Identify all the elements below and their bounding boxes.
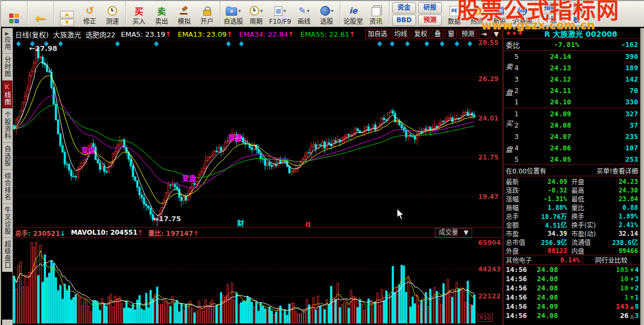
buy-level-row: 524.05253 <box>504 154 640 165</box>
level-volume: 107 <box>598 144 638 152</box>
论股堂-button[interactable]: ie论股堂 <box>342 1 365 26</box>
up-arrow-icon: ↑ <box>288 30 294 38</box>
level-volume: 37 <box>598 121 638 129</box>
sidebar-item-综合排名[interactable]: 综合排名 <box>2 170 12 204</box>
volume-axis-label: 22122 <box>477 293 504 300</box>
industry-name[interactable]: 其他电子 <box>506 255 532 264</box>
stock-title[interactable]: R 大族激光 002008 <box>524 28 638 39</box>
叠-button[interactable]: 叠 <box>432 29 444 39</box>
trade-time: 14:56 <box>506 302 532 310</box>
price-axis-label: 19.47 <box>477 193 504 201</box>
chart-header: 日线(复权) 大族激光 选肥肉22 EMA5: 23.19↑EMA13: 23.… <box>13 28 502 40</box>
level-volume: 142 <box>598 75 638 83</box>
trade-row: 14:5624.08105▼4 <box>504 265 640 274</box>
新股-button[interactable]: IPO新股 <box>488 1 511 26</box>
dropdown-caret-icon[interactable]: ▼ <box>464 229 468 237</box>
测速-button[interactable]: 测速 <box>101 1 124 26</box>
trade-time: 14:56 <box>506 284 532 292</box>
自选股-button[interactable]: ★▾自选股 <box>222 1 245 26</box>
toolbar-group-5: ie论股堂资讯 <box>340 1 390 26</box>
toolbar-group-4: ★▾自选股▾周期▾F10/F9✎▾画线▾选股 <box>220 1 340 26</box>
header-dropdown-button[interactable]: ▼ <box>491 29 501 39</box>
period-label[interactable]: 日线(复权) <box>15 29 49 39</box>
industry-compare-link[interactable]: 同行业比较 <box>582 255 640 264</box>
kline-chart[interactable]: ←27.98←17.75变盘变盘变盘财q28.5526.2924.0121.75… <box>13 40 502 227</box>
sidebar-item-个股资料[interactable]: 个股资料 <box>2 109 12 143</box>
资金-button[interactable]: 资金 <box>392 2 416 14</box>
buy-level-row: 424.06107 <box>504 142 640 154</box>
main-body: ▶应用分时图K线图个股资料自选股综合排名牛叉诊股超级盘口 日线(复权) 大族激光… <box>2 28 644 325</box>
指数-button[interactable]: 指数 <box>539 2 562 14</box>
dropdown-caret-icon[interactable]: ▾ <box>238 8 241 14</box>
预测-button[interactable]: 预测 <box>459 29 477 39</box>
研报-button[interactable]: 研报 <box>418 2 442 14</box>
选股-button[interactable]: ▾选股 <box>316 1 338 26</box>
ipo-badge-icon: IPO <box>495 6 504 15</box>
gavel-icon <box>179 6 189 15</box>
加自选-button[interactable]: 加自选 <box>365 29 390 39</box>
sidebar-filler <box>2 272 12 320</box>
jump-end-button[interactable]: ⇥ <box>479 29 489 39</box>
up-down-arrows-icon[interactable]: ▲▼ <box>60 11 74 26</box>
画线-button[interactable]: ✎▾画线 <box>293 1 316 26</box>
toolbar-group-7: 指数个股全板 <box>536 1 592 26</box>
level-index: 4 <box>514 144 523 152</box>
level-price: 24.14 <box>523 52 598 61</box>
预测-button[interactable]: 预测 <box>418 15 442 26</box>
sidebar-item-K线图[interactable]: K线图 <box>2 81 12 109</box>
均线-button[interactable]: 均线 <box>392 29 410 39</box>
pages-icon <box>372 7 380 16</box>
dropdown-caret-icon[interactable]: ▾ <box>260 8 263 14</box>
level-volume: 253 <box>598 155 638 163</box>
dropdown-caret-icon[interactable]: ▾ <box>331 8 334 14</box>
sse-hke-icon: SSEHKE <box>518 6 527 16</box>
toolbar-group-2: ▲▼↺修正测速 <box>54 1 126 26</box>
修正-button[interactable]: ↺修正 <box>78 1 101 26</box>
sidebar-item-应用[interactable]: ▶应用 <box>2 28 12 54</box>
买入-button[interactable]: 买买入 <box>128 1 150 26</box>
资讯-button[interactable]: 资讯 <box>365 1 387 26</box>
trade-row: 14:5624.0826△3 <box>504 311 640 320</box>
板-button[interactable]: 板 <box>565 15 588 26</box>
back-arrow-button[interactable]: ← <box>29 1 52 26</box>
main-toolbar: ←▲▼↺修正测速买买入卖卖出模拟开户★▾自选股▾周期▾F10/F9✎▾画线▾选股… <box>1 0 644 27</box>
indicator-label: 选肥肉22 <box>85 29 116 39</box>
level-volume: 235 <box>598 132 638 141</box>
volume-chart[interactable]: 659044424322122X10 <box>13 238 502 325</box>
沪港通-button[interactable]: SSEHKE沪港通 <box>511 1 534 26</box>
sidebar-item-牛叉诊股[interactable]: 牛叉诊股 <box>2 204 12 238</box>
开户-button[interactable]: 开户 <box>196 1 218 26</box>
sell-level-row: 224.1170 <box>504 85 640 96</box>
up-down-arrows-button[interactable]: ▲▼ <box>56 1 78 26</box>
trade-price: 24.09 <box>532 302 563 310</box>
buy-level-row: 124.09327 <box>504 108 640 120</box>
lock-icon <box>203 10 211 16</box>
sidebar-item-分时图[interactable]: 分时图 <box>2 54 12 81</box>
trade-time: 14:56 <box>506 266 532 274</box>
F10/F9-button[interactable]: ▾F10/F9 <box>267 1 293 26</box>
trade-volume: 143▲ <box>563 302 635 310</box>
dropdown-caret-icon[interactable]: ▾ <box>307 8 310 14</box>
全-button[interactable]: 全 <box>565 2 588 14</box>
dropdown-caret-icon[interactable]: ▾ <box>284 8 286 14</box>
sidebar-item-超级盘口[interactable]: 超级盘口 <box>2 238 12 272</box>
sidebar-item-自选股[interactable]: 自选股 <box>2 143 12 170</box>
clock-icon <box>250 6 259 16</box>
volume-indicator-selector[interactable]: 成交量▼ <box>435 228 472 237</box>
trade-price: 24.08 <box>532 311 563 320</box>
up-arrow-icon[interactable]: ▲ <box>60 11 74 18</box>
view-detail-link[interactable]: 买单!查看详细 <box>596 166 638 175</box>
复权-button[interactable]: 复权 <box>412 29 430 39</box>
trade-time: 14:56 <box>506 293 532 301</box>
热点-button[interactable]: hot热点 <box>466 1 488 26</box>
窗-button[interactable]: 窗 <box>445 29 457 39</box>
bbd-button[interactable]: BBD <box>392 15 416 26</box>
周期-button[interactable]: ▾周期 <box>245 1 267 26</box>
卖出-button[interactable]: 卖卖出 <box>150 1 173 26</box>
logo-squares-button[interactable] <box>3 1 25 26</box>
模拟-button[interactable]: 模拟 <box>173 1 196 26</box>
个股-button[interactable]: 个股 <box>539 15 562 26</box>
industry-change: 0.14% <box>560 256 580 264</box>
数据-button[interactable]: PE数据 <box>443 1 466 26</box>
down-arrow-icon[interactable]: ▼ <box>60 19 74 26</box>
